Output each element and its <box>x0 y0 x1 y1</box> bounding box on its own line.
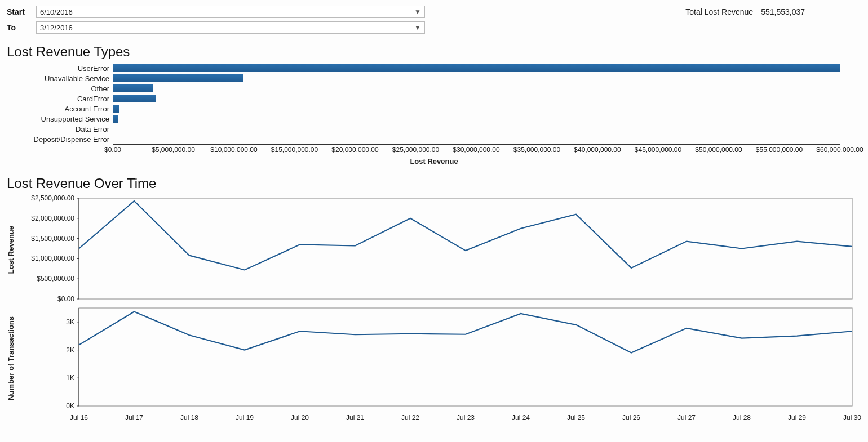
bar-row: CardError <box>7 93 861 104</box>
chevron-down-icon: ▼ <box>414 24 421 32</box>
lost-revenue-types-chart: UserErrorUnavailable ServiceOtherCardErr… <box>7 63 861 144</box>
date-tick-label: Jul 27 <box>677 414 696 422</box>
date-tick-label: Jul 28 <box>733 414 751 422</box>
bar-plot-area <box>113 135 861 143</box>
bar-row: UserError <box>7 63 861 73</box>
bar-category-label: Deposit/Dispense Error <box>7 135 113 144</box>
svg-rect-14 <box>79 308 852 406</box>
bar-x-tick-label: $60,000,000.00 <box>816 146 863 154</box>
date-tick-label: Jul 24 <box>512 414 530 422</box>
bar-row: Unavailable Service <box>7 73 861 83</box>
filter-row-start: Start 6/10/2016 ▼ Total Lost Revenue 551… <box>7 6 861 18</box>
bar[interactable] <box>113 115 118 123</box>
svg-text:$2,000,000.00: $2,000,000.00 <box>31 215 74 222</box>
bar-plot-area <box>113 84 861 92</box>
date-tick-label: Jul 25 <box>567 414 585 422</box>
kpi-label: Total Lost Revenue <box>685 7 753 16</box>
bar[interactable] <box>113 84 153 92</box>
bar-row: Account Error <box>7 104 861 114</box>
bar-x-tick-label: $15,000,000.00 <box>271 146 318 154</box>
dashboard-page: Start 6/10/2016 ▼ Total Lost Revenue 551… <box>0 0 868 434</box>
bar-plot-area <box>113 95 861 102</box>
end-date-dropdown[interactable]: 3/12/2016 ▼ <box>36 21 425 34</box>
svg-text:0K: 0K <box>66 402 74 410</box>
date-tick-label: Jul 29 <box>788 414 806 422</box>
bar-plot-area <box>113 105 861 113</box>
bar-x-tick-label: $35,000,000.00 <box>513 146 560 154</box>
end-date-value: 3/12/2016 <box>40 24 73 32</box>
bar-x-tick-label: $5,000,000.00 <box>152 146 195 154</box>
date-axis: Jul 16Jul 17Jul 18Jul 19Jul 20Jul 21Jul … <box>79 412 852 423</box>
svg-text:3K: 3K <box>66 318 74 326</box>
bar-category-label: Unavailable Service <box>7 74 113 83</box>
bar-x-axis: $0.00$5,000,000.00$10,000,000.00$15,000,… <box>113 145 840 156</box>
bar-x-tick-label: $55,000,000.00 <box>756 146 803 154</box>
svg-rect-0 <box>79 198 852 299</box>
date-tick-label: Jul 16 <box>70 414 88 422</box>
bar-category-label: Other <box>7 84 113 93</box>
bar-category-label: Unsupported Service <box>7 115 113 123</box>
start-date-value: 6/10/2016 <box>40 8 73 16</box>
svg-text:2K: 2K <box>66 346 74 354</box>
bar-plot-area <box>113 115 861 123</box>
date-tick-label: Jul 19 <box>236 414 254 422</box>
bar-x-tick-label: $30,000,000.00 <box>453 146 499 154</box>
line1-plot: $0.00$500,000.00$1,000,000.00$1,500,000.… <box>18 195 858 305</box>
bar-category-label: Data Error <box>7 125 113 133</box>
lost-revenue-line-chart: Lost Revenue $0.00$500,000.00$1,000,000.… <box>7 195 861 305</box>
bar[interactable] <box>113 105 119 113</box>
bar-x-axis-title: Lost Revenue <box>7 157 861 166</box>
section-title-types: Lost Revenue Types <box>7 44 861 60</box>
to-label: To <box>7 23 36 32</box>
line2-plot: 0K1K2K3K <box>18 305 858 412</box>
start-label: Start <box>7 7 36 16</box>
bar-row: Other <box>7 83 861 93</box>
date-tick-label: Jul 20 <box>291 414 309 422</box>
svg-text:$1,000,000.00: $1,000,000.00 <box>31 255 74 262</box>
date-tick-label: Jul 17 <box>125 414 143 422</box>
date-tick-label: Jul 18 <box>180 414 198 422</box>
bar-x-tick-label: $20,000,000.00 <box>331 146 378 154</box>
bar-row: Deposit/Dispense Error <box>7 134 861 144</box>
bar-x-tick-label: $25,000,000.00 <box>392 146 439 154</box>
date-tick-label: Jul 23 <box>457 414 475 422</box>
section-title-over-time: Lost Revenue Over Time <box>7 176 861 191</box>
bar-x-tick-label: $0.00 <box>104 146 121 154</box>
kpi-value: 551,553,037 <box>761 7 805 16</box>
bar-plot-area <box>113 64 861 72</box>
start-date-dropdown[interactable]: 6/10/2016 ▼ <box>36 6 425 18</box>
svg-text:$0.00: $0.00 <box>57 295 74 303</box>
svg-text:1K: 1K <box>66 374 74 382</box>
bar-row: Data Error <box>7 124 861 134</box>
chevron-down-icon: ▼ <box>414 8 421 16</box>
transactions-line-chart: Number of Transactions 0K1K2K3K <box>7 305 861 412</box>
bar-plot-area <box>113 125 861 133</box>
bar[interactable] <box>113 64 840 72</box>
bar-x-tick-label: $10,000,000.00 <box>210 146 257 154</box>
filter-row-to: To 3/12/2016 ▼ <box>7 21 861 34</box>
bar-plot-area <box>113 74 861 82</box>
date-tick-label: Jul 26 <box>622 414 640 422</box>
bar[interactable] <box>113 74 243 82</box>
bar-x-tick-label: $45,000,000.00 <box>635 146 681 154</box>
bar[interactable] <box>113 95 156 102</box>
svg-text:$2,500,000.00: $2,500,000.00 <box>31 195 74 202</box>
bar-category-label: Account Error <box>7 105 113 113</box>
date-tick-label: Jul 30 <box>843 414 861 422</box>
bar-category-label: CardError <box>7 95 113 103</box>
date-tick-label: Jul 21 <box>346 414 364 422</box>
line1-y-axis-title: Lost Revenue <box>7 226 15 274</box>
bar-category-label: UserError <box>7 64 113 73</box>
bar-x-tick-label: $50,000,000.00 <box>695 146 742 154</box>
line2-y-axis-title: Number of Transactions <box>7 316 15 400</box>
svg-text:$1,500,000.00: $1,500,000.00 <box>31 235 74 243</box>
bar-x-tick-label: $40,000,000.00 <box>574 146 621 154</box>
svg-text:$500,000.00: $500,000.00 <box>37 275 74 283</box>
bar-row: Unsupported Service <box>7 114 861 124</box>
total-lost-revenue-kpi: Total Lost Revenue 551,553,037 <box>685 7 861 16</box>
date-tick-label: Jul 22 <box>401 414 419 422</box>
